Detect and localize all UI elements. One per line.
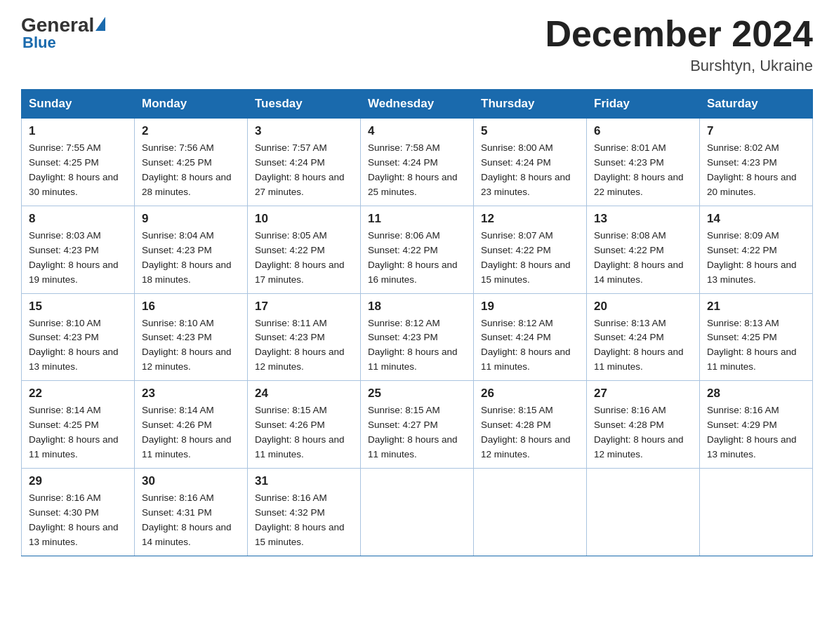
calendar-day-cell: 21 Sunrise: 8:13 AM Sunset: 4:25 PM Dayl… bbox=[700, 293, 813, 381]
day-info: Sunrise: 8:01 AM Sunset: 4:23 PM Dayligh… bbox=[594, 141, 692, 200]
month-title: December 2024 bbox=[545, 14, 813, 54]
day-number: 29 bbox=[29, 474, 127, 488]
day-number: 2 bbox=[142, 124, 240, 138]
calendar-table: SundayMondayTuesdayWednesdayThursdayFrid… bbox=[21, 89, 813, 556]
day-number: 17 bbox=[255, 300, 353, 314]
calendar-day-cell: 9 Sunrise: 8:04 AM Sunset: 4:23 PM Dayli… bbox=[135, 206, 248, 293]
day-info: Sunrise: 8:04 AM Sunset: 4:23 PM Dayligh… bbox=[142, 229, 240, 288]
calendar-week-row: 1 Sunrise: 7:55 AM Sunset: 4:25 PM Dayli… bbox=[22, 119, 813, 206]
day-number: 6 bbox=[594, 124, 692, 138]
day-info: Sunrise: 7:57 AM Sunset: 4:24 PM Dayligh… bbox=[255, 141, 353, 200]
calendar-week-row: 29 Sunrise: 8:16 AM Sunset: 4:30 PM Dayl… bbox=[22, 468, 813, 556]
calendar-day-cell: 20 Sunrise: 8:13 AM Sunset: 4:24 PM Dayl… bbox=[587, 293, 700, 381]
day-info: Sunrise: 8:13 AM Sunset: 4:24 PM Dayligh… bbox=[594, 316, 692, 375]
day-info: Sunrise: 8:12 AM Sunset: 4:24 PM Dayligh… bbox=[481, 316, 579, 375]
calendar-day-cell: 12 Sunrise: 8:07 AM Sunset: 4:22 PM Dayl… bbox=[474, 206, 587, 293]
calendar-day-cell: 2 Sunrise: 7:56 AM Sunset: 4:25 PM Dayli… bbox=[135, 119, 248, 206]
day-number: 18 bbox=[368, 300, 466, 314]
day-number: 25 bbox=[368, 387, 466, 401]
day-number: 11 bbox=[368, 212, 466, 226]
day-info: Sunrise: 8:16 AM Sunset: 4:32 PM Dayligh… bbox=[255, 491, 353, 550]
day-number: 23 bbox=[142, 387, 240, 401]
day-info: Sunrise: 8:16 AM Sunset: 4:29 PM Dayligh… bbox=[707, 403, 805, 462]
page-header: General Blue December 2024 Burshtyn, Ukr… bbox=[21, 14, 813, 75]
day-of-week-header: Tuesday bbox=[248, 90, 361, 119]
logo-triangle-icon bbox=[95, 17, 105, 31]
calendar-header-row: SundayMondayTuesdayWednesdayThursdayFrid… bbox=[22, 90, 813, 119]
calendar-day-cell: 4 Sunrise: 7:58 AM Sunset: 4:24 PM Dayli… bbox=[361, 119, 474, 206]
calendar-day-cell: 19 Sunrise: 8:12 AM Sunset: 4:24 PM Dayl… bbox=[474, 293, 587, 381]
day-number: 1 bbox=[29, 124, 127, 138]
day-of-week-header: Saturday bbox=[700, 90, 813, 119]
day-info: Sunrise: 8:09 AM Sunset: 4:22 PM Dayligh… bbox=[707, 229, 805, 288]
calendar-day-cell: 1 Sunrise: 7:55 AM Sunset: 4:25 PM Dayli… bbox=[22, 119, 135, 206]
day-number: 14 bbox=[707, 212, 805, 226]
day-of-week-header: Friday bbox=[587, 90, 700, 119]
calendar-day-cell: 5 Sunrise: 8:00 AM Sunset: 4:24 PM Dayli… bbox=[474, 119, 587, 206]
day-info: Sunrise: 8:05 AM Sunset: 4:22 PM Dayligh… bbox=[255, 229, 353, 288]
calendar-day-cell: 26 Sunrise: 8:15 AM Sunset: 4:28 PM Dayl… bbox=[474, 381, 587, 469]
calendar-day-cell bbox=[587, 468, 700, 556]
day-number: 24 bbox=[255, 387, 353, 401]
day-info: Sunrise: 8:14 AM Sunset: 4:26 PM Dayligh… bbox=[142, 403, 240, 462]
day-info: Sunrise: 8:03 AM Sunset: 4:23 PM Dayligh… bbox=[29, 229, 127, 288]
calendar-day-cell: 28 Sunrise: 8:16 AM Sunset: 4:29 PM Dayl… bbox=[700, 381, 813, 469]
day-number: 28 bbox=[707, 387, 805, 401]
day-info: Sunrise: 8:16 AM Sunset: 4:31 PM Dayligh… bbox=[142, 491, 240, 550]
calendar-day-cell: 17 Sunrise: 8:11 AM Sunset: 4:23 PM Dayl… bbox=[248, 293, 361, 381]
day-info: Sunrise: 8:10 AM Sunset: 4:23 PM Dayligh… bbox=[29, 316, 127, 375]
day-number: 8 bbox=[29, 212, 127, 226]
day-info: Sunrise: 8:16 AM Sunset: 4:30 PM Dayligh… bbox=[29, 491, 127, 550]
day-number: 21 bbox=[707, 300, 805, 314]
day-number: 19 bbox=[481, 300, 579, 314]
calendar-day-cell: 27 Sunrise: 8:16 AM Sunset: 4:28 PM Dayl… bbox=[587, 381, 700, 469]
day-info: Sunrise: 7:55 AM Sunset: 4:25 PM Dayligh… bbox=[29, 141, 127, 200]
calendar-day-cell bbox=[700, 468, 813, 556]
calendar-day-cell: 25 Sunrise: 8:15 AM Sunset: 4:27 PM Dayl… bbox=[361, 381, 474, 469]
day-number: 16 bbox=[142, 300, 240, 314]
day-info: Sunrise: 8:12 AM Sunset: 4:23 PM Dayligh… bbox=[368, 316, 466, 375]
day-number: 26 bbox=[481, 387, 579, 401]
day-number: 13 bbox=[594, 212, 692, 226]
calendar-day-cell: 11 Sunrise: 8:06 AM Sunset: 4:22 PM Dayl… bbox=[361, 206, 474, 293]
day-number: 22 bbox=[29, 387, 127, 401]
day-info: Sunrise: 8:15 AM Sunset: 4:27 PM Dayligh… bbox=[368, 403, 466, 462]
day-info: Sunrise: 8:15 AM Sunset: 4:28 PM Dayligh… bbox=[481, 403, 579, 462]
calendar-day-cell: 14 Sunrise: 8:09 AM Sunset: 4:22 PM Dayl… bbox=[700, 206, 813, 293]
day-number: 3 bbox=[255, 124, 353, 138]
calendar-day-cell bbox=[474, 468, 587, 556]
day-number: 30 bbox=[142, 474, 240, 488]
calendar-day-cell: 18 Sunrise: 8:12 AM Sunset: 4:23 PM Dayl… bbox=[361, 293, 474, 381]
day-number: 10 bbox=[255, 212, 353, 226]
day-info: Sunrise: 8:13 AM Sunset: 4:25 PM Dayligh… bbox=[707, 316, 805, 375]
day-number: 5 bbox=[481, 124, 579, 138]
day-number: 15 bbox=[29, 300, 127, 314]
calendar-day-cell: 13 Sunrise: 8:08 AM Sunset: 4:22 PM Dayl… bbox=[587, 206, 700, 293]
location-subtitle: Burshtyn, Ukraine bbox=[545, 57, 813, 75]
day-number: 4 bbox=[368, 124, 466, 138]
calendar-day-cell: 7 Sunrise: 8:02 AM Sunset: 4:23 PM Dayli… bbox=[700, 119, 813, 206]
day-info: Sunrise: 8:11 AM Sunset: 4:23 PM Dayligh… bbox=[255, 316, 353, 375]
day-info: Sunrise: 7:56 AM Sunset: 4:25 PM Dayligh… bbox=[142, 141, 240, 200]
day-of-week-header: Thursday bbox=[474, 90, 587, 119]
calendar-day-cell: 16 Sunrise: 8:10 AM Sunset: 4:23 PM Dayl… bbox=[135, 293, 248, 381]
day-number: 12 bbox=[481, 212, 579, 226]
calendar-day-cell: 31 Sunrise: 8:16 AM Sunset: 4:32 PM Dayl… bbox=[248, 468, 361, 556]
calendar-week-row: 22 Sunrise: 8:14 AM Sunset: 4:25 PM Dayl… bbox=[22, 381, 813, 469]
day-info: Sunrise: 8:06 AM Sunset: 4:22 PM Dayligh… bbox=[368, 229, 466, 288]
day-of-week-header: Monday bbox=[135, 90, 248, 119]
day-number: 9 bbox=[142, 212, 240, 226]
day-info: Sunrise: 8:00 AM Sunset: 4:24 PM Dayligh… bbox=[481, 141, 579, 200]
day-info: Sunrise: 8:07 AM Sunset: 4:22 PM Dayligh… bbox=[481, 229, 579, 288]
day-number: 31 bbox=[255, 474, 353, 488]
calendar-day-cell: 30 Sunrise: 8:16 AM Sunset: 4:31 PM Dayl… bbox=[135, 468, 248, 556]
title-area: December 2024 Burshtyn, Ukraine bbox=[545, 14, 813, 75]
calendar-day-cell: 10 Sunrise: 8:05 AM Sunset: 4:22 PM Dayl… bbox=[248, 206, 361, 293]
calendar-day-cell: 8 Sunrise: 8:03 AM Sunset: 4:23 PM Dayli… bbox=[22, 206, 135, 293]
calendar-day-cell: 3 Sunrise: 7:57 AM Sunset: 4:24 PM Dayli… bbox=[248, 119, 361, 206]
calendar-day-cell bbox=[361, 468, 474, 556]
day-of-week-header: Wednesday bbox=[361, 90, 474, 119]
day-number: 7 bbox=[707, 124, 805, 138]
calendar-day-cell: 15 Sunrise: 8:10 AM Sunset: 4:23 PM Dayl… bbox=[22, 293, 135, 381]
day-info: Sunrise: 7:58 AM Sunset: 4:24 PM Dayligh… bbox=[368, 141, 466, 200]
